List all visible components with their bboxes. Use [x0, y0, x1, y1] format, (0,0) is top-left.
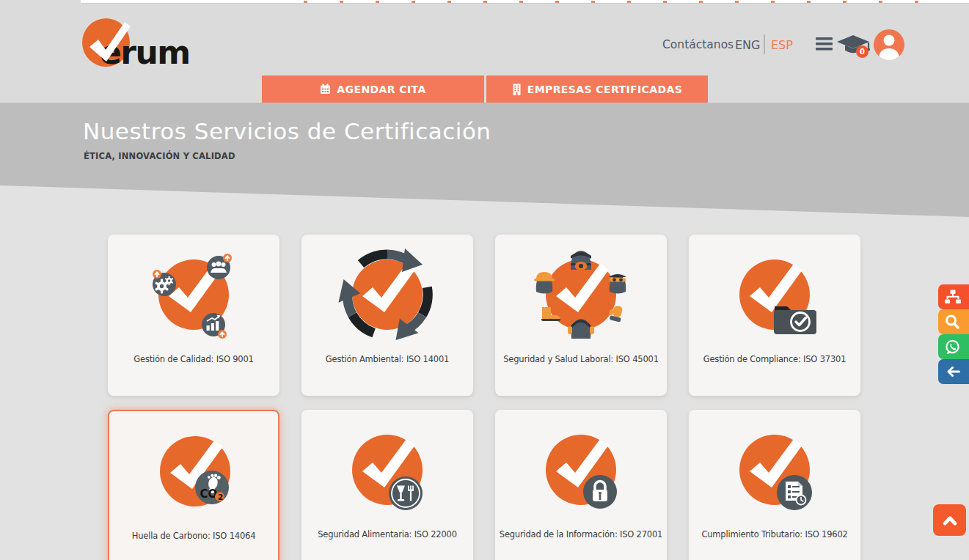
companies-button-label: EMPRESAS CERTIFICADAS	[527, 84, 683, 95]
service-label: Seguridad de la Información: ISO 27001	[491, 529, 671, 539]
environment-recycle-icon	[343, 249, 431, 337]
services-grid: Gestión de Calidad: ISO 9001 Gestión Amb…	[108, 235, 860, 560]
building-icon	[512, 84, 522, 95]
service-label: Cumplimiento Tributario: ISO 19602	[684, 529, 865, 539]
ticker-marks	[271, 1, 947, 3]
service-card-iso-14001[interactable]: Gestión Ambiental: ISO 14001	[301, 235, 473, 396]
service-label: Gestión Ambiental: ISO 14001	[297, 354, 478, 364]
nav-contact-link[interactable]: Contáctanos	[662, 38, 734, 51]
hero-banner: Nuestros Servicios de Certificación ÉTIC…	[0, 103, 969, 217]
service-card-iso-27001[interactable]: Seguridad de la Información: ISO 27001	[495, 410, 667, 560]
chevron-up-icon	[939, 509, 961, 531]
compliance-folder-icon	[731, 249, 819, 337]
sitemap-icon	[944, 290, 962, 305]
scroll-to-top-button[interactable]	[933, 504, 966, 536]
service-label: Gestión de Compliance: ISO 37301	[684, 354, 865, 364]
schedule-button-label: AGENDAR CITA	[337, 84, 425, 95]
top-ticker-strip	[81, 0, 969, 4]
page-title: Nuestros Servicios de Certificación	[83, 118, 491, 144]
page-subtitle: ÉTICA, INNOVACIÓN Y CALIDAD	[84, 151, 235, 161]
floating-menu	[938, 284, 969, 384]
certified-companies-button[interactable]: EMPRESAS CERTIFICADAS	[486, 75, 708, 103]
service-card-iso-14064[interactable]: CO 2 Huella de Carbono: ISO 14064	[108, 410, 279, 560]
schedule-appointment-button[interactable]: AGENDAR CITA	[262, 75, 484, 103]
svg-text:CO: CO	[200, 487, 218, 501]
calendar-icon	[320, 84, 331, 95]
back-button[interactable]	[938, 359, 969, 384]
service-card-iso-9001[interactable]: Gestión de Calidad: ISO 9001	[108, 235, 279, 396]
tax-compliance-icon	[731, 424, 819, 512]
whatsapp-icon	[944, 339, 961, 355]
svg-text:2: 2	[218, 493, 223, 501]
logo[interactable]: erum	[82, 16, 192, 69]
quality-management-icon	[150, 249, 238, 337]
service-label: Seguridad Alimentaria: ISO 22000	[297, 529, 478, 539]
service-label: Seguridad y Salud Laboral: ISO 45001	[491, 354, 671, 364]
carbon-footprint-icon: CO 2	[151, 426, 239, 514]
service-label: Huella de Carbono: ISO 14064	[105, 531, 282, 541]
hamburger-menu-button[interactable]	[816, 37, 833, 51]
service-card-iso-22000[interactable]: Seguridad Alimentaria: ISO 22000	[301, 410, 473, 560]
search-icon	[944, 314, 960, 330]
service-card-iso-19602[interactable]: Cumplimiento Tributario: ISO 19602	[689, 410, 860, 560]
service-card-iso-37301[interactable]: Gestión de Compliance: ISO 37301	[689, 235, 860, 396]
occupational-safety-icon	[537, 249, 625, 337]
user-account-button[interactable]	[874, 29, 904, 60]
service-card-iso-45001[interactable]: Seguridad y Salud Laboral: ISO 45001	[495, 235, 667, 396]
user-avatar-icon	[874, 29, 904, 60]
information-security-icon	[537, 424, 625, 512]
nav-lang-eng[interactable]: ENG	[735, 38, 760, 52]
nav-lang-esp[interactable]: ESP	[771, 38, 793, 52]
hamburger-icon	[816, 37, 833, 51]
search-button[interactable]	[938, 309, 969, 334]
food-safety-icon	[343, 424, 431, 512]
nav-language-divider	[764, 34, 765, 54]
page: erum Contáctanos ENG ESP 0	[0, 0, 969, 560]
sitemap-button[interactable]	[938, 284, 969, 309]
logo-checkmark-icon	[84, 16, 136, 69]
arrow-left-icon	[944, 364, 962, 380]
service-label: Gestión de Calidad: ISO 9001	[103, 354, 284, 364]
courses-count-badge: 0	[856, 45, 869, 58]
whatsapp-button[interactable]	[938, 334, 969, 359]
